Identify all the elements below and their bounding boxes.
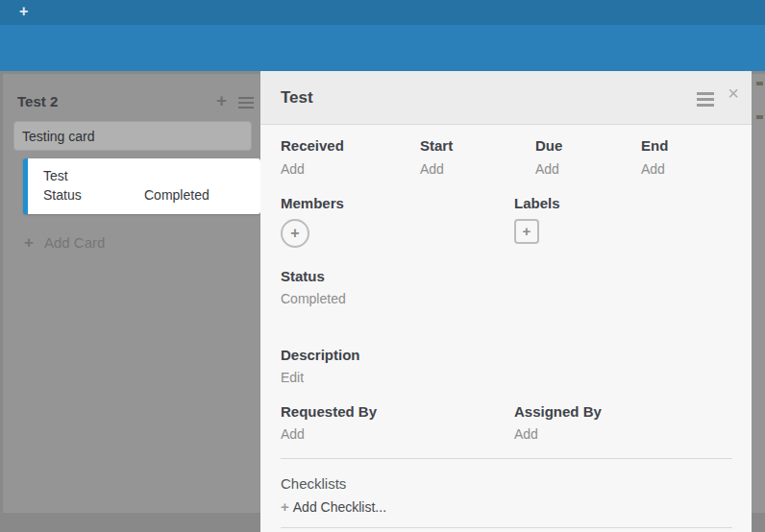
card-composer-input[interactable] [13, 121, 252, 151]
next-list-peek-icon [756, 115, 763, 119]
due-add-link[interactable]: Add [535, 161, 559, 177]
list-add-card-icon[interactable]: + [216, 90, 227, 111]
top-navbar: + [0, 0, 765, 25]
description-label: Description [281, 347, 360, 363]
description-edit-link[interactable]: Edit [281, 370, 304, 385]
due-label: Due [535, 137, 562, 154]
assigned-by-label: Assigned By [514, 403, 602, 420]
end-add-link[interactable]: Add [641, 161, 665, 177]
card-detail-header: Test × [260, 71, 752, 125]
list-title[interactable]: Test 2 [17, 93, 58, 109]
members-label: Members [281, 195, 344, 211]
minicard-title: Test [43, 166, 260, 185]
add-member-button[interactable]: + [281, 219, 309, 248]
status-value[interactable]: Completed [281, 291, 346, 306]
received-label: Received [281, 137, 344, 154]
requested-by-label: Requested By [281, 403, 377, 420]
add-board-icon[interactable]: + [19, 3, 28, 20]
add-label-button[interactable]: + [514, 219, 539, 244]
received-add-link[interactable]: Add [281, 161, 305, 177]
minicard-field-value: Completed [144, 185, 210, 206]
minicard-field-name: Status [43, 185, 144, 206]
plus-icon: + [24, 233, 34, 253]
labels-label: Labels [514, 195, 560, 211]
checklists-label: Checklists [281, 475, 346, 492]
list-test-2: Test 2 + Test Status Completed + Add Car… [3, 74, 260, 513]
card-detail-menu-icon[interactable] [697, 92, 714, 109]
start-label: Start [420, 137, 453, 154]
close-icon[interactable]: × [728, 84, 739, 103]
card-detail-title[interactable]: Test [281, 88, 313, 108]
assigned-by-add-link[interactable]: Add [514, 426, 538, 442]
add-checklist-button[interactable]: +Add Checklist... [281, 498, 386, 516]
board-navbar [0, 25, 765, 71]
next-list-peek-icon [756, 82, 763, 85]
end-label: End [641, 137, 668, 154]
add-checklist-label: Add Checklist... [293, 499, 386, 515]
list-menu-icon[interactable] [238, 97, 254, 111]
card-detail-panel: Test × Received Add Start Add Due Add En… [260, 71, 752, 532]
add-card-label: Add Card [44, 234, 105, 251]
start-add-link[interactable]: Add [420, 161, 444, 177]
requested-by-add-link[interactable]: Add [281, 426, 305, 442]
plus-icon: + [281, 498, 289, 515]
divider [281, 458, 732, 459]
status-label: Status [281, 268, 325, 284]
divider [281, 527, 732, 528]
minicard-test[interactable]: Test Status Completed [23, 158, 260, 214]
